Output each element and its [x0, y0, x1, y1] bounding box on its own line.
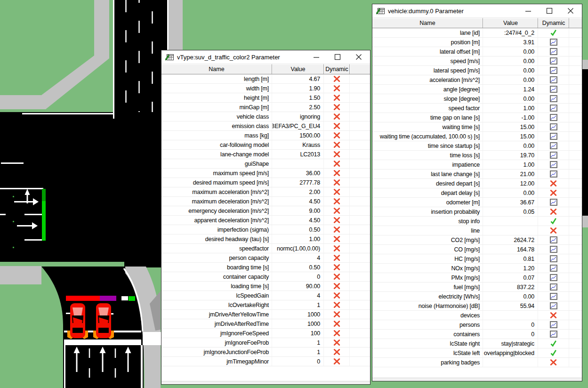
- param-name: container capacity: [161, 272, 272, 281]
- chart-icon[interactable]: [550, 265, 557, 272]
- param-value: 36.00: [272, 169, 324, 178]
- traffic-light-bar-green-dark[interactable]: [42, 189, 46, 201]
- cross-icon: [333, 245, 340, 252]
- titlebar[interactable]: vehicle:dummy.0 Parameter: [372, 4, 582, 18]
- vehicle[interactable]: [93, 303, 114, 339]
- chart-icon[interactable]: [550, 123, 557, 130]
- param-name: jmIgnoreFoeSpeed: [161, 329, 272, 338]
- chart-icon[interactable]: [550, 255, 557, 262]
- param-dynamic-cell: [538, 160, 569, 169]
- param-value: 2777.78: [272, 178, 324, 187]
- column-header-dynamic[interactable]: Dynamic: [538, 18, 569, 28]
- close-button[interactable]: [352, 52, 366, 62]
- row-spacer: [569, 283, 582, 291]
- param-name: NOx [mg/s]: [372, 264, 483, 273]
- chart-icon[interactable]: [550, 48, 557, 55]
- chart-icon[interactable]: [550, 133, 557, 140]
- maximize-button[interactable]: [542, 6, 556, 16]
- chart-icon[interactable]: [550, 199, 557, 206]
- column-header-value[interactable]: Value: [483, 18, 538, 28]
- param-row: fuel [mg/s]837.22: [372, 283, 582, 292]
- cross-icon: [333, 348, 340, 356]
- param-dynamic-cell: [324, 150, 350, 159]
- param-name: width [m]: [161, 84, 272, 93]
- param-value: 4.50: [272, 216, 324, 225]
- param-row: apparent deceleration [m/s^2]4.50: [161, 216, 370, 225]
- param-value: [272, 159, 324, 168]
- param-value: 0.00: [483, 188, 538, 197]
- close-button[interactable]: [564, 6, 578, 16]
- traffic-light-bar-purple[interactable]: [100, 296, 116, 301]
- chart-icon[interactable]: [550, 86, 557, 93]
- param-row: noise (Harmonoise) [dB]55.94: [372, 301, 582, 311]
- param-row: emission classHBEFA3/PC_G_EU4: [161, 121, 370, 131]
- minimize-button[interactable]: [521, 6, 535, 16]
- chart-icon[interactable]: [550, 39, 557, 46]
- param-row: lateral offset [m]0.00: [372, 47, 582, 57]
- param-name: desired depart [s]: [372, 179, 483, 188]
- minimize-button[interactable]: [309, 52, 323, 62]
- cross-icon: [333, 104, 340, 111]
- table-header: Name Value Dynamic: [372, 18, 582, 28]
- cross-icon: [333, 254, 340, 261]
- param-value: HBEFA3/PC_G_EU4: [272, 121, 324, 130]
- param-value: 3.91: [483, 38, 538, 47]
- chart-icon[interactable]: [550, 236, 557, 243]
- chart-icon[interactable]: [550, 152, 557, 159]
- cross-icon: [333, 170, 340, 177]
- chart-icon[interactable]: [550, 161, 557, 168]
- row-spacer: [569, 320, 582, 329]
- cross-icon: [333, 75, 340, 82]
- chart-icon[interactable]: [550, 302, 557, 309]
- param-row: jmDriveAfterYellowTime1000: [161, 310, 370, 319]
- row-spacer: [569, 94, 582, 103]
- chart-icon[interactable]: [550, 142, 557, 149]
- chart-icon[interactable]: [550, 283, 557, 291]
- column-header-dynamic[interactable]: Dynamic: [324, 64, 350, 74]
- chart-icon[interactable]: [550, 114, 557, 121]
- row-spacer: [350, 150, 370, 159]
- row-spacer: [350, 310, 370, 319]
- param-row: parking badges: [372, 358, 582, 367]
- column-header-name[interactable]: Name: [161, 64, 272, 74]
- chart-icon[interactable]: [550, 67, 557, 74]
- chart-icon[interactable]: [550, 170, 557, 178]
- cross-icon: [333, 339, 340, 346]
- traffic-light-bar-green-small[interactable]: [129, 296, 135, 301]
- param-value: overlapping|blocked: [483, 348, 538, 357]
- param-name: CO [mg/s]: [372, 245, 483, 254]
- chart-icon[interactable]: [550, 105, 557, 112]
- chart-icon[interactable]: [550, 76, 557, 83]
- row-spacer: [350, 319, 370, 328]
- param-value: 1000: [272, 319, 324, 328]
- param-dynamic-cell: [324, 329, 350, 338]
- row-spacer: [569, 38, 582, 47]
- row-spacer: [569, 339, 582, 348]
- chart-icon[interactable]: [550, 95, 557, 102]
- row-spacer: [350, 282, 370, 291]
- traffic-light-bar-red[interactable]: [66, 296, 100, 301]
- chart-icon[interactable]: [550, 321, 557, 328]
- param-row: emergency deceleration [m/s^2]9.00: [161, 206, 370, 216]
- chart-icon[interactable]: [550, 331, 557, 338]
- param-row: height [m]1.50: [161, 93, 370, 103]
- chart-icon[interactable]: [550, 274, 557, 281]
- vehicle[interactable]: [67, 303, 88, 339]
- param-name: maximum deceleration [m/s^2]: [161, 197, 272, 206]
- column-header-name[interactable]: Name: [372, 18, 483, 28]
- maximize-button[interactable]: [330, 52, 345, 62]
- param-value: 1.24: [483, 85, 538, 94]
- param-value: 0.00: [483, 292, 538, 301]
- param-row: devices: [372, 311, 582, 320]
- column-header-value[interactable]: Value: [272, 64, 324, 74]
- row-spacer: [569, 330, 582, 339]
- param-row: time since startup [s]0.00: [372, 141, 582, 151]
- chart-icon[interactable]: [550, 246, 557, 253]
- cross-icon: [333, 132, 340, 139]
- chart-icon[interactable]: [550, 57, 557, 65]
- param-name: jmDriveAfterRedTime: [161, 319, 272, 328]
- row-spacer: [569, 217, 582, 226]
- titlebar[interactable]: vType:suv_d_traffic_color2 Parameter: [161, 50, 370, 64]
- param-name: lcOvertakeRight: [161, 300, 272, 309]
- chart-icon[interactable]: [550, 293, 557, 300]
